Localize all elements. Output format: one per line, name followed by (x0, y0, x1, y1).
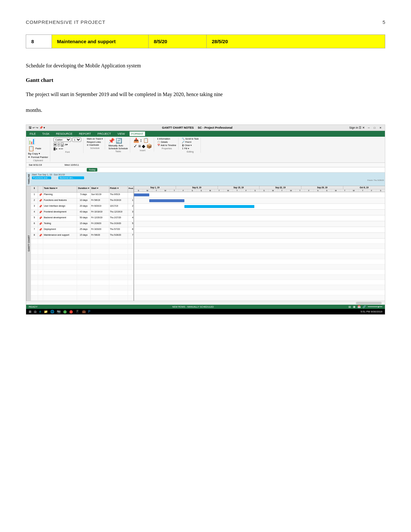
horizontal-scrollbar[interactable] (26, 301, 385, 305)
task-finish: Thu 2/27/20 (109, 216, 128, 221)
day-w4: W (349, 189, 358, 192)
main-content: GANTT CHART ℹ Task Name ▾ Duration ▾ Sta… (26, 186, 385, 301)
schedule-label2: Schedule Schedule (108, 147, 128, 150)
find-btn[interactable]: 🔎 Find ▾ (182, 141, 192, 143)
task-mode-icon: 📌 (38, 222, 43, 227)
task-name-cell: User Interface design (43, 204, 77, 210)
scroll-to-task-btn[interactable]: 🔍 Scroll to Task (182, 138, 199, 140)
view-network-btn[interactable]: 🔗 (363, 305, 366, 308)
tab-task[interactable]: TASK (41, 132, 51, 136)
task-duration: 43 days (77, 210, 91, 215)
empty-cell (43, 270, 77, 275)
red-btn[interactable]: ⬤ (69, 310, 73, 313)
copy-btn[interactable]: Bg Copy ▾ (28, 152, 40, 155)
tab-format[interactable]: FORMAT (130, 132, 145, 136)
import-icon: 📥 (133, 138, 139, 143)
gantt-description-1: The project will start in September 2019… (26, 90, 385, 99)
add-timeline-btn[interactable]: 📅 Add to Timeline (157, 144, 176, 147)
empty-cell (38, 265, 43, 270)
tab-file[interactable]: FILE (28, 132, 37, 136)
edge-btn[interactable]: 🌐 (50, 310, 54, 313)
briefcase-btn[interactable]: 💼 (82, 310, 86, 313)
view-gantt-btn[interactable]: ▦ (353, 305, 356, 308)
zoom-bar[interactable]: ━━━━━━●━━ (368, 305, 382, 308)
paste-btn[interactable]: Paste (35, 147, 41, 150)
phone-btn[interactable]: 📱 (75, 310, 79, 313)
ie-btn[interactable]: e (39, 310, 41, 313)
today-button[interactable]: Today (87, 168, 97, 172)
tab-report[interactable]: REPORT (77, 132, 93, 136)
italic-btn[interactable]: I (58, 143, 60, 147)
empty-gantt-row (134, 280, 385, 285)
day-s6: S (314, 189, 323, 192)
empty-cell (91, 275, 109, 280)
tab-view[interactable]: VIEW (116, 132, 126, 136)
view-normal-btn[interactable]: ▤ (348, 305, 351, 308)
day-w: W (161, 189, 170, 192)
th-taskname: Task Name ▾ (43, 186, 77, 192)
empty-cell (43, 244, 77, 249)
start-btn[interactable]: ⊞ (29, 310, 31, 313)
task-row: 3📌User Interface design20 daysFri 9/20/1… (31, 204, 133, 210)
task-row: 8📌Maintenance and support15 daysFri 5/8/… (31, 233, 133, 239)
manually-schedule-label: Manually (108, 144, 117, 147)
task-finish: 10/17/19 (109, 204, 128, 210)
th-start: Start ▾ (91, 186, 109, 192)
empty-cell (109, 280, 128, 285)
tab-project[interactable]: PROJECT (96, 132, 113, 136)
task-duration: 15 days (77, 233, 91, 239)
empty-row (31, 249, 133, 254)
empty-cell (109, 249, 128, 254)
bold-btn[interactable]: B (54, 143, 57, 147)
task-finish: Thu 12/19/19 (109, 210, 128, 215)
clear-btn[interactable]: 🗑 Clear ▾ (182, 144, 192, 147)
font-selector[interactable]: Calibri (54, 138, 71, 142)
task-end-date: 28/5/20 (207, 35, 385, 48)
empty-cell (43, 280, 77, 285)
tab-resource[interactable]: RESOURCE (54, 132, 74, 136)
task-start: Fri 3/20/20 (91, 227, 109, 233)
close-btn[interactable]: ✕ (378, 126, 382, 130)
details-btn[interactable]: 📋 Details (157, 141, 168, 143)
task-name-cell: Testing (43, 222, 77, 227)
day-header-row: S M T W T F S S M T W T F S S (134, 189, 385, 192)
empty-cell (38, 239, 43, 244)
start-date-label: Sat 8/31/19 (29, 163, 42, 166)
task-start: Fri 9/20/19 (91, 204, 109, 210)
editing-label: Editing (182, 151, 199, 153)
minimize-btn[interactable]: ─ (367, 126, 371, 130)
search-btn[interactable]: ◎ (34, 310, 37, 313)
camera-btn[interactable]: 📷 (57, 310, 61, 313)
task-number: 8 (26, 35, 52, 48)
gantt-row (134, 233, 385, 239)
p-btn[interactable]: P (88, 310, 91, 313)
empty-cell (109, 291, 128, 295)
inactivate-btn[interactable]: ⊘ Inactivate (87, 144, 99, 146)
empty-row (31, 291, 133, 296)
mark-track-btn[interactable]: Mark on Track ▾ (87, 138, 103, 140)
explorer-btn[interactable]: 📁 (44, 310, 48, 313)
gantt-side-label: GANTT CHART (26, 186, 31, 301)
empty-row (31, 270, 133, 275)
bg-color-picker[interactable]: ▓ ▸ (54, 147, 57, 150)
format-painter-btn[interactable]: ✒ Format Painter (28, 156, 48, 159)
gantt-row (134, 221, 385, 227)
scroll-thumb[interactable] (356, 302, 382, 304)
respect-links-btn[interactable]: Respect Links (87, 141, 101, 143)
timeline-section: TIMELINE Start: Tue Sep 1, 19 · Sun 9/1/… (26, 172, 385, 186)
maximize-btn[interactable]: □ (373, 126, 377, 130)
font-size-selector[interactable]: 11 (72, 138, 81, 142)
empty-cell (77, 280, 91, 285)
font-color-picker[interactable]: A▾ (65, 143, 68, 146)
fill-btn[interactable]: ↧ Fill ▾ (182, 147, 189, 150)
th-mode (38, 186, 43, 192)
indent-btn[interactable]: ⇥ ⇤ (58, 147, 64, 150)
view-calendar-btn[interactable]: 📅 (357, 305, 361, 308)
underline-btn[interactable]: U (61, 143, 64, 147)
empty-gantt-row (134, 249, 385, 254)
circle-btn[interactable]: ⬤ (63, 310, 67, 313)
tasks-group: 📌 🔄 Manually Auto Schedule Schedule Task… (108, 138, 130, 153)
information-btn[interactable]: ℹ Information (157, 138, 170, 140)
day-t2: T (170, 189, 179, 192)
day-t6: T (296, 189, 305, 192)
